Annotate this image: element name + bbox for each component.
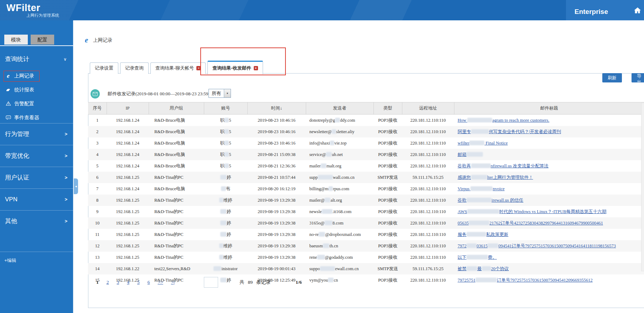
cell-type: POP3接收 — [373, 160, 402, 172]
sidebar-item-上网记录[interactable]: e上网记录 — [0, 69, 73, 83]
column-header-远程地址[interactable]: 远程地址 — [402, 102, 454, 115]
page-link-3[interactable]: 3 — [117, 279, 119, 285]
cell-sender: service@ub.net — [306, 149, 373, 160]
mail-subject-link[interactable]: How agram to reach more customers. — [458, 118, 549, 123]
tab-记录设置[interactable]: 记录设置 — [90, 62, 118, 74]
last-page-link[interactable]: >| — [171, 279, 175, 285]
sidebar-item-事件查看器[interactable]: 事件查看器 — [0, 111, 73, 125]
mail-subject-link[interactable]: Virpus nvoice — [458, 186, 505, 191]
cell-group: R&D-Bruce电脑 — [149, 160, 204, 172]
cell-type: POP3接收 — [373, 229, 402, 240]
sidebar-tab-模块[interactable]: 模块 — [4, 35, 28, 45]
close-icon[interactable]: × — [254, 66, 258, 70]
column-header-IP[interactable]: IP — [107, 102, 149, 115]
mail-subject-link[interactable]: 阿里专何写复杂业务代码？|开发者必读周刊 — [458, 129, 561, 134]
dropdown-arrow-icon: ▼ — [224, 89, 231, 97]
table-row: 9192.168.1.25R&D-Tina的PC婷2019-08-19 13:2… — [88, 206, 644, 217]
sidebar-item-告警配置[interactable]: 告警配置 — [0, 97, 73, 111]
cell-no: 8 — [88, 195, 107, 206]
redacted-text — [330, 141, 334, 145]
table-scrollbar[interactable] — [641, 103, 644, 271]
type-filter-select[interactable]: 所有 ▼ — [208, 89, 231, 98]
tab-查询结果-收发邮件[interactable]: 查询结果-收发邮件× — [207, 61, 263, 74]
column-header-时间[interactable]: 时间↓ — [247, 102, 306, 115]
sidebar-section-其他[interactable]: 其他> — [0, 210, 73, 232]
cell-sender: 3165o@8.com — [306, 217, 373, 229]
cell-group: R&D-Tina的PC — [149, 217, 204, 229]
page-link-4[interactable]: 4 — [127, 279, 129, 285]
mail-subject-link[interactable]: 79725751订单号79725751570361500750945412096… — [458, 278, 593, 283]
redacted-text — [322, 209, 333, 214]
export-button[interactable]: 导出 — [632, 73, 644, 82]
mail-subject-link[interactable]: 谷歌再nfirewall.us 改变流量分配算法 — [458, 163, 548, 168]
mail-subject-link[interactable]: 0563521762订单号423272583043829979644131609… — [458, 221, 603, 226]
page-indicator: 1/6 — [296, 279, 302, 285]
cell-sender: donotreply@gddy.com — [306, 115, 373, 126]
column-header-账号[interactable]: 账号 — [204, 102, 247, 115]
cell-ip: 192.168.1.25 — [107, 195, 149, 206]
page-link-5[interactable]: 5 — [137, 279, 140, 285]
mail-subject-link[interactable]: 服务私政策更新 — [458, 232, 509, 237]
mail-subject-link[interactable]: 被禁最20个协议 — [458, 266, 509, 271]
page-link-6[interactable]: 6 — [148, 279, 150, 285]
cell-account: 韦 — [204, 183, 247, 195]
sidebar-item-统计报表[interactable]: 统计报表 — [0, 83, 73, 97]
sidebar-section-行为管理[interactable]: 行为管理> — [0, 123, 73, 145]
cell-type: SMTP发送 — [373, 172, 402, 183]
cell-subject: 0563521762订单号423272583043829979644131609… — [454, 217, 644, 229]
tab-查询结果-聊天帐号[interactable]: 查询结果-聊天帐号× — [150, 62, 206, 74]
table-row: 1192.168.1.24R&D-Bruce电脑职52019-08-23 10:… — [88, 115, 644, 126]
cell-account: 婷 — [204, 206, 247, 217]
cell-group: R&D-Tina的PC — [149, 229, 204, 240]
cell-ip: 192.168.1.24 — [107, 149, 149, 160]
mail-subject-link[interactable]: 感谢您lter上网行为管理软件！ — [458, 175, 533, 180]
sidebar-collapse-handle[interactable]: ◄ — [74, 178, 78, 194]
tab-记录查询[interactable]: 记录查询 — [120, 62, 149, 74]
redacted-text — [467, 232, 486, 237]
cell-time: 2019-08-19 13:29:38 — [247, 252, 306, 263]
refresh-button[interactable]: 刷新 — [602, 73, 622, 82]
type-filter-value: 所有 — [209, 90, 224, 97]
redacted-text — [475, 278, 497, 282]
redacted-text — [220, 221, 227, 225]
sidebar-edit-button[interactable]: +编辑 — [0, 252, 73, 269]
mail-subject-link[interactable]: AWS时代的 Windows vs Linux？-ITPUB每周精选第五十六期 — [458, 209, 606, 214]
mail-subject-link[interactable]: 797203615094541订单号7972575157036150075094… — [458, 243, 616, 248]
mail-subject-link[interactable]: 以下费。 — [458, 255, 497, 260]
page-jump-input[interactable] — [204, 277, 218, 288]
mail-subject-link[interactable]: wfilter Final Notice — [458, 141, 508, 146]
cell-ip: 192.168.1.24 — [107, 115, 149, 126]
close-icon[interactable]: × — [196, 66, 201, 70]
cell-type: POP3接收 — [373, 206, 402, 217]
column-header-用户组[interactable]: 用户组 — [149, 102, 204, 115]
cell-account: 职5 — [204, 160, 247, 172]
redacted-text — [225, 163, 229, 168]
home-icon[interactable] — [634, 6, 642, 14]
mail-subject-link[interactable]: 谷歌irewall.us 的信任 — [458, 198, 524, 203]
redacted-text — [471, 175, 487, 180]
next-pages-link[interactable]: >> — [158, 279, 163, 285]
page-link-2[interactable]: 2 — [107, 279, 109, 285]
column-header-序号[interactable]: 序号 — [88, 102, 107, 115]
mail-subject-link[interactable]: 邮箱 — [458, 152, 483, 157]
redacted-text — [469, 141, 484, 145]
sidebar-section-label: 用户认证 — [5, 174, 29, 181]
cell-type: POP3接收 — [373, 126, 402, 137]
redacted-text — [335, 118, 340, 122]
cell-sender: info@shaxivie.top — [306, 137, 373, 149]
sidebar-section-用户认证[interactable]: 用户认证> — [0, 167, 73, 188]
column-header-发送者[interactable]: 发送者 — [306, 102, 373, 115]
redacted-text — [325, 198, 330, 202]
cell-no: 14 — [88, 263, 107, 274]
cell-type: POP3接收 — [373, 274, 402, 286]
cell-subject: 服务私政策更新 — [454, 229, 644, 240]
cell-time: 2019-08-20 16:12:19 — [247, 183, 306, 195]
column-header-类型[interactable]: 类型 — [373, 102, 402, 115]
cell-ip: 192.168.1.22 — [107, 263, 149, 274]
redacted-text — [470, 186, 493, 191]
sidebar-group-query-stats[interactable]: 查询统计 ∨ — [0, 50, 73, 68]
sidebar-section-VPN[interactable]: VPN> — [0, 188, 73, 210]
column-header-邮件标题[interactable]: 邮件标题 — [454, 102, 644, 115]
sidebar-section-带宽优化[interactable]: 带宽优化> — [0, 145, 73, 167]
sidebar-tab-配置[interactable]: 配置 — [31, 35, 54, 45]
